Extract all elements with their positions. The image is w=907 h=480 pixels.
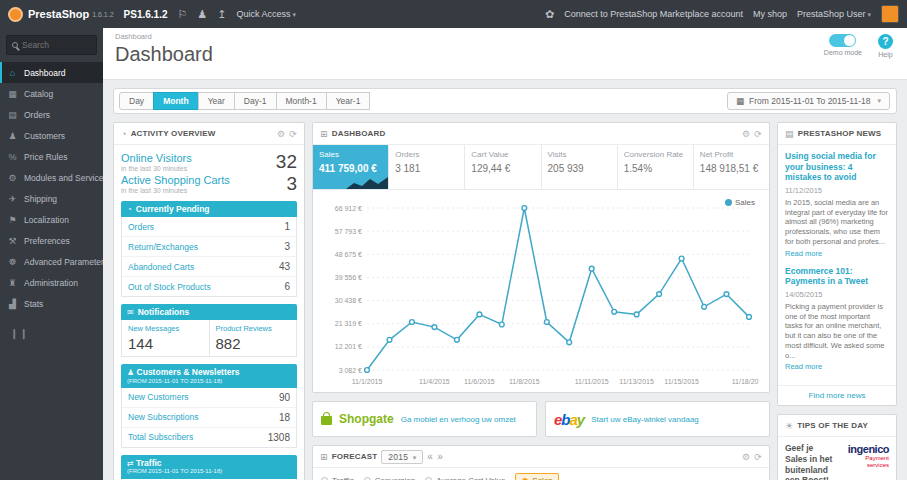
forecast-panel-icon: ⊞ <box>320 452 328 462</box>
sidebar-item-preferences[interactable]: ⚒Preferences <box>0 230 103 251</box>
filter-year-button[interactable]: Year <box>198 92 235 110</box>
sidebar-search[interactable] <box>6 35 97 55</box>
forecast-panel-title: Forecast <box>332 452 378 461</box>
kpi-cart-value[interactable]: Cart Value 129,44 € <box>465 145 541 189</box>
envelope-icon: ✉ <box>127 308 134 317</box>
forecast-prev-icon[interactable]: « <box>427 451 433 462</box>
filter-month-1-button[interactable]: Month-1 <box>276 92 327 110</box>
active-carts-value: 3 <box>286 174 297 193</box>
article-date: 11/12/2015 <box>785 186 889 195</box>
sidebar-item-customers[interactable]: ♟Customers <box>0 125 103 146</box>
kpi-net-profit[interactable]: Net Profit 148 918,51 € <box>694 145 769 189</box>
dashboard-panel: ⊞ Dashboard ⚙ ⟳ Sales 411 759,00 € <box>312 122 770 393</box>
svg-text:11/1/2015: 11/1/2015 <box>352 378 383 385</box>
dashboard-panel-title: Dashboard <box>332 129 386 138</box>
customers-row-total-subscribers: Total Subscribers1308 <box>122 428 296 447</box>
people-icon: ♟ <box>127 368 134 377</box>
prestashop-logo[interactable]: PrestaShop 1.6.1.2 <box>8 7 114 22</box>
panel-refresh-icon[interactable]: ⟳ <box>754 452 762 462</box>
sidebar-item-administration[interactable]: ♜Administration <box>0 272 103 293</box>
demo-mode-label: Demo mode <box>824 49 862 56</box>
forecast-option-average-cart-value[interactable]: Average Cart Value <box>425 476 505 480</box>
filter-year-1-button[interactable]: Year-1 <box>326 92 371 110</box>
svg-text:11/13/2015: 11/13/2015 <box>619 378 654 385</box>
svg-text:21 319 €: 21 319 € <box>335 320 362 327</box>
filter-month-button[interactable]: Month <box>153 92 199 110</box>
read-more-link[interactable]: Read more <box>785 362 822 371</box>
forecast-option-sales[interactable]: Sales <box>515 473 559 480</box>
find-more-news-link[interactable]: Find more news <box>778 385 896 405</box>
filter-day-1-button[interactable]: Day-1 <box>234 92 277 110</box>
forecast-year-select[interactable]: 2015 ▾ <box>381 450 423 464</box>
search-input[interactable] <box>22 40 92 50</box>
sidebar-item-localization[interactable]: ⚑Localization <box>0 209 103 230</box>
news-panel-icon: ▤ <box>785 129 794 139</box>
article-title-link[interactable]: Using social media for your business: 4 … <box>785 151 889 183</box>
user-menu[interactable]: PrestaShop User▾ <box>797 9 871 19</box>
page-header: Dashboard Dashboard Demo mode ? Help <box>103 28 907 80</box>
article-title-link[interactable]: Ecommerce 101: Payments in a Tweet <box>785 266 889 287</box>
panel-settings-icon[interactable]: ⚙ <box>277 129 285 139</box>
active-carts-sub: in the last 30 minutes <box>121 187 230 194</box>
sidebar-item-modules[interactable]: ⚙Modules and Services <box>0 167 103 188</box>
avatar[interactable] <box>881 5 899 23</box>
tips-panel-icon: ☀ <box>785 421 793 431</box>
panel-refresh-icon[interactable]: ⟳ <box>289 129 297 139</box>
collapse-sidebar-button[interactable]: ❙❙ <box>10 328 103 339</box>
sidebar-item-stats[interactable]: ▟Stats <box>0 293 103 314</box>
administration-icon: ♜ <box>7 278 18 288</box>
date-filter-bar: Day Month Year Day-1 Month-1 Year-1 ▦ Fr… <box>113 88 897 114</box>
pending-row-abandoned-carts: Abandoned Carts43 <box>122 257 296 277</box>
forecast-option-conversion[interactable]: Conversion <box>364 476 415 480</box>
forecast-option-traffic[interactable]: Traffic <box>321 476 354 480</box>
ebay-ad: ebay Start uw eBay-winkel vandaag <box>545 401 770 437</box>
tips-panel-title: Tips of the day <box>797 421 868 430</box>
sidebar-item-orders[interactable]: ▤Orders <box>0 104 103 125</box>
shopgate-bag-icon <box>321 416 332 425</box>
demo-mode-toggle[interactable] <box>829 34 856 47</box>
modules-icon: ⚙ <box>7 173 18 183</box>
pending-row-returns: Return/Exchanges3 <box>122 237 296 257</box>
forecast-panel: ⊞ Forecast 2015 ▾ « » ⚙ ⟳ Traffic Conver… <box>312 445 770 480</box>
svg-text:11/18/2015: 11/18/2015 <box>732 378 759 385</box>
panel-refresh-icon[interactable]: ⟳ <box>754 129 762 139</box>
online-visitors-link[interactable]: Online Visitors <box>121 152 192 164</box>
chart-legend[interactable]: Sales <box>725 198 755 207</box>
sidebar: ⌂Dashboard ▦Catalog ▤Orders ♟Customers %… <box>0 28 103 480</box>
sales-line-chart: 66 912 €57 793 €48 675 €39 556 €30 438 €… <box>319 196 759 388</box>
prestashop-news-panel: ▤ PrestaShop News Using social media for… <box>777 122 897 406</box>
cart-icon[interactable]: ⚐ <box>177 8 187 21</box>
sidebar-item-price-rules[interactable]: %Price Rules <box>0 146 103 167</box>
panel-settings-icon[interactable]: ⚙ <box>742 452 750 462</box>
filter-day-button[interactable]: Day <box>119 92 154 110</box>
kpi-orders[interactable]: Orders 3 181 <box>389 145 465 189</box>
sidebar-item-advanced-parameters[interactable]: ☸Advanced Parameters <box>0 251 103 272</box>
profile-icon[interactable]: ♟ <box>197 8 207 21</box>
kpi-visits[interactable]: Visits 205 939 <box>542 145 618 189</box>
kpi-conversion-rate[interactable]: Conversion Rate 1.54% <box>618 145 694 189</box>
panel-settings-icon[interactable]: ⚙ <box>742 129 750 139</box>
forecast-next-icon[interactable]: » <box>437 451 443 462</box>
price-rules-icon: % <box>7 152 18 162</box>
shopgate-link[interactable]: Ga mobiel en verhoog uw omzet <box>401 415 516 424</box>
svg-text:48 675 €: 48 675 € <box>335 251 362 258</box>
active-carts-link[interactable]: Active Shopping Carts <box>121 174 230 186</box>
marketplace-link[interactable]: Connect to PrestaShop Marketplace accoun… <box>564 9 743 19</box>
date-range-button[interactable]: ▦ From 2015-11-01 To 2015-11-18 ▾ <box>727 92 890 110</box>
read-more-link[interactable]: Read more <box>785 249 822 258</box>
kpi-sales[interactable]: Sales 411 759,00 € <box>313 145 389 189</box>
help-icon[interactable]: ? <box>878 34 893 49</box>
catalog-icon: ▦ <box>7 89 18 99</box>
my-shop-link[interactable]: My shop <box>753 9 787 19</box>
sidebar-item-catalog[interactable]: ▦Catalog <box>0 83 103 104</box>
sidebar-item-dashboard[interactable]: ⌂Dashboard <box>0 62 103 83</box>
upgrade-icon[interactable]: ↥ <box>217 8 226 21</box>
main-content: Dashboard Dashboard Demo mode ? Help Day… <box>103 28 907 480</box>
sidebar-item-shipping[interactable]: ✈Shipping <box>0 188 103 209</box>
activity-overview-icon: ◔ <box>121 129 127 139</box>
ebay-link[interactable]: Start uw eBay-winkel vandaag <box>591 415 699 424</box>
stats-icon: ▟ <box>7 299 18 309</box>
quick-access-menu[interactable]: Quick Access▾ <box>236 9 296 19</box>
svg-text:12 201 €: 12 201 € <box>335 343 362 350</box>
breadcrumb[interactable]: Dashboard <box>115 32 895 41</box>
